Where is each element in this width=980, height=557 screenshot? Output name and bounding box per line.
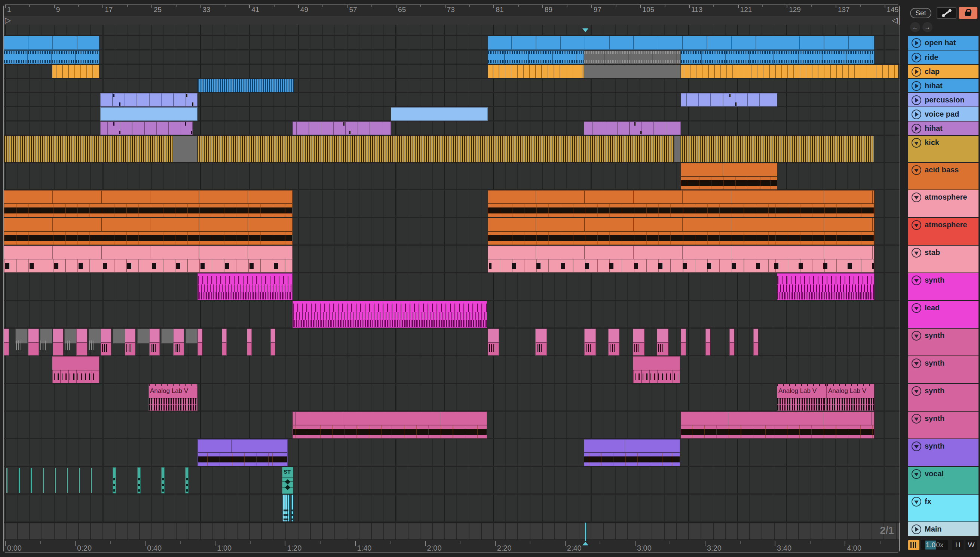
clip-synth[interactable]	[535, 329, 547, 355]
clip-synth[interactable]	[53, 329, 63, 355]
clip-percussion[interactable]	[100, 93, 197, 106]
track-header-synth[interactable]: synth	[908, 439, 978, 466]
clip-synth[interactable]	[271, 329, 275, 355]
track-header-synth[interactable]: synth	[908, 273, 978, 300]
clip-synth[interactable]	[28, 329, 39, 355]
loop-start-marker[interactable]: ▷	[5, 16, 11, 24]
track-header-synth[interactable]: synth	[908, 356, 978, 383]
track-header-synth[interactable]: synth	[908, 412, 978, 438]
clip-hihat[interactable]	[292, 122, 391, 135]
set-button[interactable]: Set	[910, 8, 931, 18]
track-header-main[interactable]: Main	[908, 522, 978, 536]
clip-hihat[interactable]	[584, 122, 681, 135]
clip-synth[interactable]	[149, 329, 160, 355]
clip-synth[interactable]	[52, 356, 99, 383]
clip-vocal[interactable]	[113, 467, 116, 493]
clip-synth[interactable]: Analog Lab V	[777, 384, 827, 411]
clip-synth[interactable]	[681, 412, 874, 438]
clip-clap[interactable]	[488, 65, 584, 78]
clip-vocal[interactable]	[79, 468, 80, 493]
clip-synth[interactable]	[777, 273, 874, 300]
clip-fx[interactable]	[282, 495, 290, 521]
clip-voice-pad[interactable]	[391, 107, 488, 121]
clip-clap[interactable]	[681, 65, 898, 78]
clip-vocal[interactable]	[161, 467, 165, 493]
zoom-width-button[interactable]: W	[965, 540, 977, 550]
clip-synth[interactable]	[125, 329, 135, 355]
clip-synth[interactable]	[488, 329, 499, 355]
clip-kick[interactable]	[4, 136, 874, 162]
waveform-toggle-button[interactable]	[908, 540, 920, 550]
muted-clip[interactable]	[186, 329, 197, 344]
clip-ride[interactable]	[584, 50, 681, 64]
clip-hihat[interactable]	[197, 79, 294, 92]
clip-voice-pad[interactable]	[100, 107, 197, 121]
clip-vocal[interactable]	[55, 468, 56, 493]
bar-ruler[interactable]: 1917253341495765738189971051131211291371…	[4, 5, 899, 16]
track-header-ride[interactable]: ride	[908, 50, 978, 64]
clip-synth[interactable]	[197, 439, 288, 466]
clip-clap[interactable]	[52, 65, 99, 78]
clip-synth[interactable]	[633, 329, 644, 355]
track-header-lead[interactable]: lead	[908, 301, 978, 328]
clip-synth[interactable]	[753, 329, 758, 355]
track-header-open-hat[interactable]: open hat	[908, 36, 978, 50]
clip-ride[interactable]	[4, 50, 99, 64]
clip-synth[interactable]: Analog Lab V	[148, 384, 197, 411]
clip-percussion[interactable]	[681, 93, 777, 106]
track-header-clap[interactable]: clap	[908, 65, 978, 78]
scrub-area[interactable]	[4, 16, 899, 25]
clip-vocal[interactable]	[91, 468, 92, 493]
track-header-atmosphere[interactable]: atmosphere	[908, 218, 978, 245]
clip-stab[interactable]	[4, 246, 292, 272]
track-header-synth[interactable]: synth	[908, 329, 978, 355]
clip-synth[interactable]	[76, 329, 87, 355]
clip-fx[interactable]	[291, 495, 294, 521]
track-header-voice-pad[interactable]: voice pad	[908, 107, 978, 121]
clip-atmosphere[interactable]	[488, 190, 874, 217]
muted-clip[interactable]	[674, 136, 681, 162]
zoom-height-button[interactable]: H	[952, 540, 964, 550]
clip-atmosphere[interactable]	[4, 190, 292, 217]
clip-synth[interactable]	[197, 273, 292, 300]
muted-clip[interactable]	[137, 329, 150, 344]
clip-vocal[interactable]	[185, 467, 189, 493]
clip-synth[interactable]	[633, 356, 680, 383]
track-header-stab[interactable]: stab	[908, 246, 978, 272]
clip-open-hat[interactable]	[488, 36, 874, 50]
track-header-kick[interactable]: kick	[908, 136, 978, 162]
clip-atmosphere[interactable]	[4, 218, 292, 245]
clip-synth[interactable]: Analog Lab V	[827, 384, 874, 411]
forward-button[interactable]: →	[922, 22, 933, 32]
clip-synth[interactable]	[222, 329, 227, 355]
lock-button[interactable]	[959, 7, 977, 19]
time-ruler[interactable]: 0:000:200:401:001:201:402:002:202:403:00…	[4, 541, 899, 552]
clip-synth[interactable]	[608, 329, 620, 355]
track-header-synth[interactable]: synth	[908, 384, 978, 411]
track-header-atmosphere[interactable]: atmosphere	[908, 190, 978, 217]
clip-vocal[interactable]	[67, 468, 68, 493]
clip-synth[interactable]	[247, 329, 252, 355]
clip-ride[interactable]	[681, 50, 874, 64]
track-header-acid-bass[interactable]: acid bass	[908, 163, 978, 189]
playhead-bottom-marker[interactable]	[582, 542, 589, 546]
clip-synth[interactable]	[292, 412, 487, 438]
main-track-row[interactable]: 2/1	[4, 522, 899, 540]
loop-end-marker[interactable]: ◁	[892, 16, 898, 24]
clip-vocal[interactable]	[19, 468, 20, 493]
clip-ride[interactable]	[488, 50, 584, 64]
track-header-hihat[interactable]: hihat	[908, 79, 978, 92]
clip-synth[interactable]	[101, 329, 111, 355]
muted-clip[interactable]	[173, 136, 197, 162]
clip-synth[interactable]	[706, 329, 710, 355]
track-header-percussion[interactable]: percussion	[908, 93, 978, 106]
back-button[interactable]: ←	[910, 22, 920, 32]
clip-lead[interactable]	[292, 301, 487, 328]
muted-clip[interactable]	[113, 329, 125, 344]
clip-atmosphere[interactable]	[488, 218, 874, 245]
clip-open-hat[interactable]	[4, 36, 99, 50]
muted-clip[interactable]	[584, 65, 681, 78]
clip-acid-bass[interactable]	[681, 163, 777, 189]
clip-vocal[interactable]: ST	[282, 467, 293, 494]
clip-vocal[interactable]	[43, 468, 44, 493]
